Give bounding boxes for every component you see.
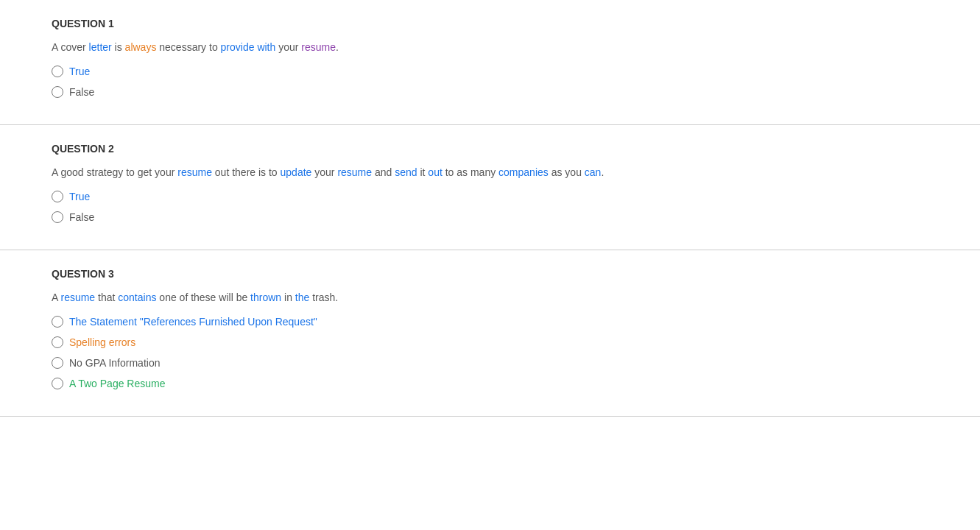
question-3-options: The Statement "References Furnished Upon…: [52, 316, 928, 389]
question-3-label: QUESTION 3: [52, 268, 928, 280]
q1-radio-false[interactable]: [52, 86, 63, 98]
question-2-label: QUESTION 2: [52, 143, 928, 155]
q3-option-4[interactable]: A Two Page Resume: [52, 378, 928, 389]
page-container: QUESTION 1 A cover letter is always nece…: [0, 0, 980, 417]
q3-label-opt2: Spelling errors: [69, 336, 135, 348]
q2-label-false: False: [69, 211, 94, 223]
question-2-text: A good strategy to get your resume out t…: [52, 165, 928, 180]
q2-option-true[interactable]: True: [52, 191, 928, 202]
question-1-label: QUESTION 1: [52, 18, 928, 29]
q2-option-false[interactable]: False: [52, 211, 928, 223]
question-1-text: A cover letter is always necessary to pr…: [52, 40, 928, 55]
q1-label-true: True: [69, 66, 90, 77]
q1-radio-true[interactable]: [52, 66, 63, 77]
q3-label-opt3: No GPA Information: [69, 357, 160, 369]
question-3-block: QUESTION 3 A resume that contains one of…: [0, 250, 980, 417]
q3-option-3[interactable]: No GPA Information: [52, 357, 928, 369]
question-2-block: QUESTION 2 A good strategy to get your r…: [0, 125, 980, 250]
q3-radio-opt2[interactable]: [52, 336, 63, 348]
q3-radio-opt4[interactable]: [52, 378, 63, 389]
q2-radio-false[interactable]: [52, 211, 63, 223]
q3-option-1[interactable]: The Statement "References Furnished Upon…: [52, 316, 928, 328]
q1-label-false: False: [69, 86, 94, 98]
q1-option-false[interactable]: False: [52, 86, 928, 98]
q3-radio-opt1[interactable]: [52, 316, 63, 328]
question-3-text: A resume that contains one of these will…: [52, 290, 928, 305]
question-1-options: True False: [52, 66, 928, 98]
q2-radio-true[interactable]: [52, 191, 63, 202]
q3-label-opt1: The Statement "References Furnished Upon…: [69, 316, 317, 328]
question-1-block: QUESTION 1 A cover letter is always nece…: [0, 0, 980, 125]
question-2-options: True False: [52, 191, 928, 223]
q3-radio-opt3[interactable]: [52, 357, 63, 369]
q2-label-true: True: [69, 191, 90, 202]
q1-option-true[interactable]: True: [52, 66, 928, 77]
q3-option-2[interactable]: Spelling errors: [52, 336, 928, 348]
q3-label-opt4: A Two Page Resume: [69, 378, 165, 389]
